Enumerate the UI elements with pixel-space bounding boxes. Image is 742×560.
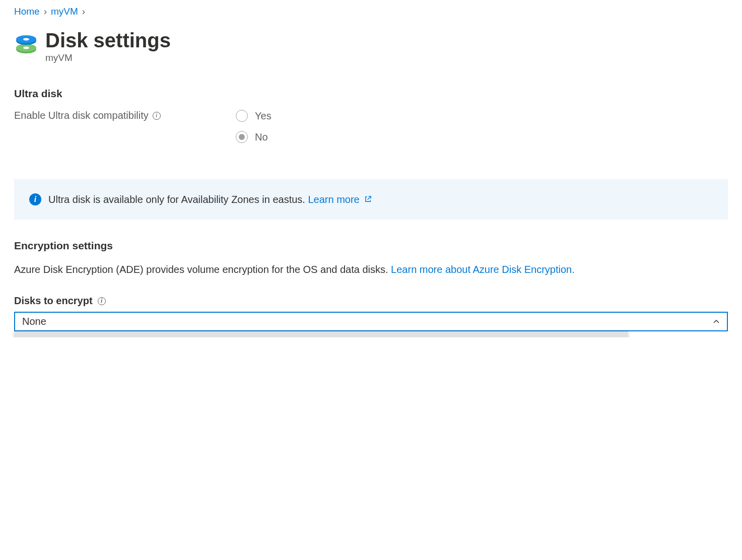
chevron-right-icon: ›: [82, 6, 85, 17]
disks-icon: [14, 32, 38, 56]
chevron-up-icon: [713, 318, 720, 325]
chevron-right-icon: ›: [44, 6, 47, 17]
encryption-section: Encryption settings Azure Disk Encryptio…: [14, 240, 728, 331]
radio-label-no: No: [255, 131, 268, 143]
radio-label-yes: Yes: [255, 110, 272, 122]
ultradisk-radio-yes[interactable]: Yes: [236, 110, 272, 122]
info-icon[interactable]: i: [98, 297, 106, 305]
info-banner: i Ultra disk is available only for Avail…: [14, 179, 728, 220]
info-icon: i: [29, 193, 41, 205]
banner-text: Ultra disk is available only for Availab…: [48, 194, 305, 205]
ultradisk-section: Ultra disk Enable Ultra disk compatibili…: [14, 88, 728, 143]
dropdown-list: None OS disk Data disks OS and data disk…: [14, 331, 628, 337]
banner-learn-more-link[interactable]: Learn more: [308, 194, 372, 205]
dropdown-selected-value: None: [22, 316, 46, 327]
encryption-heading: Encryption settings: [14, 240, 728, 252]
banner-link-label: Learn more: [308, 194, 359, 205]
encryption-desc-text: Azure Disk Encryption (ADE) provides vol…: [14, 264, 391, 275]
disks-to-encrypt-dropdown: None None OS disk Data disks OS and data…: [14, 312, 728, 331]
ultradisk-radio-group: Yes No: [236, 110, 272, 143]
ultradisk-radio-no[interactable]: No: [236, 131, 272, 143]
breadcrumb-home[interactable]: Home: [14, 6, 40, 17]
encryption-learn-more-link[interactable]: Learn more about Azure Disk Encryption.: [391, 264, 575, 275]
page-subtitle: myVM: [45, 52, 171, 63]
dropdown-item-none[interactable]: None: [14, 331, 628, 337]
dropdown-trigger[interactable]: None: [14, 312, 728, 331]
svg-point-2: [23, 47, 29, 49]
ultradisk-heading: Ultra disk: [14, 88, 728, 100]
breadcrumb-myvm[interactable]: myVM: [51, 6, 78, 17]
page-title: Disk settings: [45, 29, 171, 51]
radio-icon: [236, 110, 248, 122]
breadcrumb: Home › myVM ›: [14, 6, 728, 17]
ultradisk-label: Enable Ultra disk compatibility: [14, 110, 149, 121]
page-header: Disk settings myVM: [14, 29, 728, 63]
disks-to-encrypt-label: Disks to encrypt: [14, 295, 93, 307]
info-icon[interactable]: i: [153, 112, 161, 120]
svg-point-5: [23, 38, 29, 41]
external-link-icon: [364, 195, 372, 203]
radio-icon: [236, 131, 248, 143]
